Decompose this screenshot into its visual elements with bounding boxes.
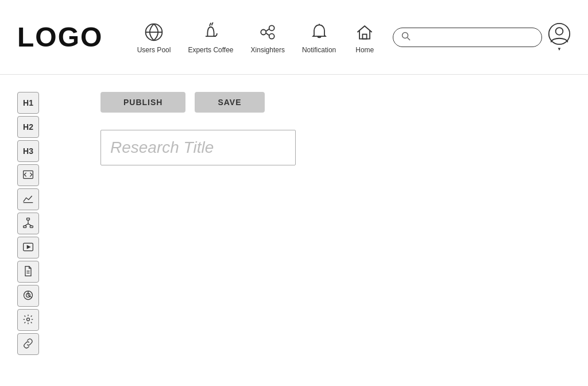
svg-rect-18 <box>30 226 33 227</box>
svg-line-21 <box>28 223 32 225</box>
file-icon <box>22 265 34 279</box>
nav-label-xinsighters: Xinsighters <box>251 46 285 54</box>
search-input[interactable] <box>415 33 533 42</box>
editor-toolbar: PUBLISH SAVE <box>100 92 571 113</box>
editor-area: PUBLISH SAVE <box>83 75 588 386</box>
chart-icon <box>22 193 34 206</box>
search-area: ▼ <box>393 22 571 52</box>
publish-button[interactable]: PUBLISH <box>100 92 185 113</box>
svg-line-20 <box>25 223 28 225</box>
notification-icon <box>308 21 331 44</box>
user-avatar[interactable]: ▼ <box>548 22 571 52</box>
nav-item-xinsighters[interactable]: Xinsighters <box>251 21 285 54</box>
save-button[interactable]: SAVE <box>195 92 264 113</box>
h1-label: H1 <box>23 98 33 107</box>
sidebar-toolbar: H1 H2 H3 <box>0 75 83 386</box>
nav-label-home: Home <box>355 46 374 54</box>
svg-line-7 <box>266 33 269 35</box>
nav-item-home[interactable]: Home <box>353 21 376 54</box>
svg-point-3 <box>261 29 266 34</box>
video-icon <box>22 241 34 254</box>
header: LOGO Users Pool <box>0 0 588 75</box>
tool-h1[interactable]: H1 <box>17 92 39 114</box>
users-pool-icon <box>142 21 165 44</box>
svg-marker-23 <box>27 245 30 248</box>
main-nav: Users Pool Experts Coffee <box>132 21 381 54</box>
logo: LOGO <box>17 21 121 53</box>
tool-chart[interactable] <box>17 188 39 210</box>
settings-icon <box>22 314 34 327</box>
avatar-caret: ▼ <box>557 47 562 52</box>
tool-diagram[interactable] <box>17 213 39 234</box>
h2-label: H2 <box>23 122 33 132</box>
tool-embed[interactable] <box>17 164 39 186</box>
tool-video[interactable] <box>17 237 39 258</box>
main-content: H1 H2 H3 <box>0 75 588 386</box>
svg-point-28 <box>27 318 30 321</box>
svg-rect-9 <box>363 34 367 38</box>
svg-point-4 <box>269 25 274 30</box>
diagram-icon <box>22 217 34 230</box>
svg-line-11 <box>408 37 411 40</box>
nav-label-experts-coffee: Experts Coffee <box>188 46 233 54</box>
tool-link[interactable] <box>17 333 39 355</box>
nav-label-users-pool: Users Pool <box>137 46 171 54</box>
svg-point-5 <box>269 33 274 38</box>
tool-h2[interactable]: H2 <box>17 116 39 138</box>
research-title-input[interactable] <box>100 130 296 165</box>
search-icon <box>401 32 411 43</box>
nav-item-experts-coffee[interactable]: Experts Coffee <box>188 21 233 54</box>
xinsighters-icon <box>256 21 279 44</box>
tool-h3[interactable]: H3 <box>17 140 39 162</box>
pie-icon <box>22 290 34 303</box>
search-box[interactable] <box>393 28 542 47</box>
home-icon <box>353 21 376 44</box>
svg-point-10 <box>403 32 408 38</box>
h3-label: H3 <box>23 146 33 156</box>
nav-item-notification[interactable]: Notification <box>302 21 336 54</box>
experts-coffee-icon <box>199 21 222 44</box>
embed-icon <box>22 169 34 182</box>
tool-file[interactable] <box>17 261 39 283</box>
svg-rect-17 <box>24 226 26 227</box>
nav-item-users-pool[interactable]: Users Pool <box>137 21 171 54</box>
tool-settings[interactable] <box>17 309 39 331</box>
link-icon <box>22 338 34 351</box>
svg-point-13 <box>556 28 563 35</box>
svg-line-6 <box>266 29 269 31</box>
nav-label-notification: Notification <box>302 46 336 54</box>
tool-pie[interactable] <box>17 285 39 307</box>
svg-rect-16 <box>27 218 30 219</box>
